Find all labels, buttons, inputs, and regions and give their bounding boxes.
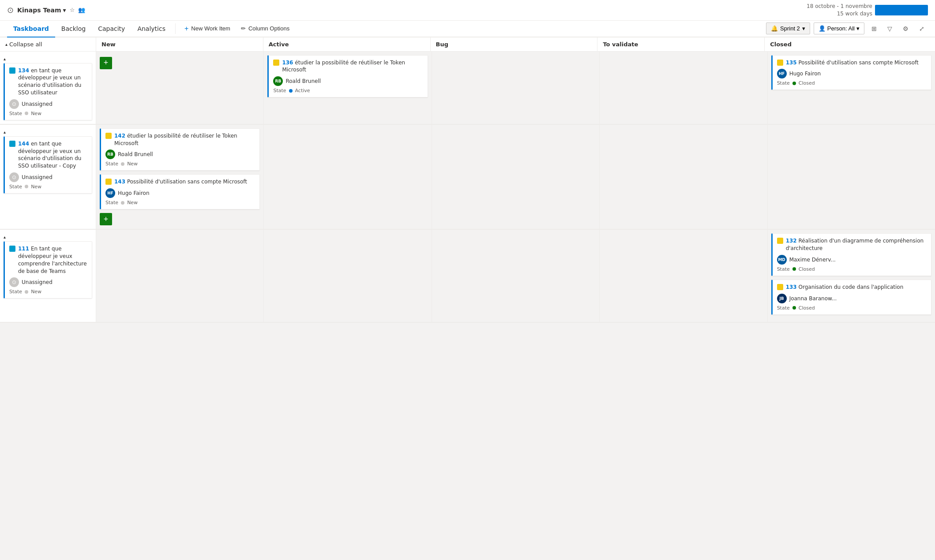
tab-taskboard[interactable]: Taskboard bbox=[7, 21, 55, 37]
state-label: State bbox=[9, 111, 22, 116]
section-3-label-card[interactable]: 111 En tant que développeur je veux comp… bbox=[4, 241, 92, 299]
top-bar: ⊙ Kinaps Team ▾ ☆ 👥 18 octobre - 1 novem… bbox=[0, 0, 935, 21]
tab-capacity[interactable]: Capacity bbox=[92, 21, 131, 37]
board-column-headers: ▴ Collapse all New Active Bug To validat… bbox=[0, 37, 935, 52]
expand-button[interactable]: ⤢ bbox=[916, 22, 928, 35]
section-3-bug-col bbox=[432, 230, 600, 321]
state-value-136: Active bbox=[295, 88, 310, 93]
team-name[interactable]: Kinaps Team ▾ bbox=[17, 7, 66, 14]
card-142-title-row: 142 étudier la possibilité de réutiliser… bbox=[105, 132, 255, 147]
favorite-icon[interactable]: ☆ bbox=[70, 7, 75, 13]
avatar-md-132: MD bbox=[777, 255, 787, 265]
board-section-3: ▴ 111 En tant que développeur je veux co… bbox=[0, 230, 935, 322]
team-chevron-icon: ▾ bbox=[63, 7, 66, 14]
add-new-button-2[interactable]: + bbox=[100, 213, 112, 225]
card-142-id: 142 bbox=[114, 133, 125, 139]
card-135-text: Possibilité d'utilisation sans compte Mi… bbox=[799, 60, 919, 66]
col-header-new: New bbox=[96, 37, 263, 51]
card-136-title-row: 136 étudier la possibilité de réutiliser… bbox=[273, 59, 423, 74]
add-new-button-1[interactable]: + bbox=[100, 57, 112, 69]
assignee-143: Hugo Fairon bbox=[118, 190, 150, 196]
section-1-label-card[interactable]: 134 en tant que développeur je veux un s… bbox=[4, 63, 92, 120]
pencil-icon: ✏ bbox=[241, 25, 246, 32]
nav-right: 🔔 Sprint 2 ▾ 👤 Person: All ▾ ⊞ ▽ ⚙ ⤢ bbox=[766, 22, 928, 35]
section-3-collapse[interactable]: ▴ bbox=[4, 233, 92, 239]
card-135-assignee: HF Hugo Fairon bbox=[777, 69, 927, 78]
card-133[interactable]: 133 Organisation du code dans l'applicat… bbox=[771, 280, 931, 315]
card-142[interactable]: 142 étudier la possibilité de réutiliser… bbox=[100, 128, 260, 171]
card-title: 134 en tant que développeur je veux un s… bbox=[18, 67, 87, 97]
task-icon-132 bbox=[777, 238, 783, 244]
card-132-assignee: MD Maxime Dénerv... bbox=[777, 255, 927, 265]
state-dot-new-143 bbox=[121, 201, 124, 205]
unassigned-icon: ⊙ bbox=[9, 99, 19, 109]
people-icon: 👥 bbox=[78, 7, 85, 13]
team-name-label: Kinaps Team bbox=[17, 7, 61, 14]
tab-backlog[interactable]: Backlog bbox=[55, 21, 92, 37]
bell-icon: 🔔 bbox=[771, 25, 778, 32]
card-144-state: State New bbox=[9, 184, 87, 190]
board-section-2: ▴ 144 en tant que développeur je veux un… bbox=[0, 125, 935, 230]
state-dot-closed-133 bbox=[792, 306, 796, 310]
avatar-hf-135: HF bbox=[777, 69, 787, 78]
col-header-validate: To validate bbox=[597, 37, 765, 51]
card-143-text: Possibilité d'utilisation sans compte Mi… bbox=[127, 179, 247, 185]
filter-button[interactable]: ▽ bbox=[884, 22, 896, 35]
avatar-rb-142: RB bbox=[105, 149, 115, 159]
sprint-chevron: ▾ bbox=[802, 25, 805, 32]
section-2-collapse[interactable]: ▴ bbox=[4, 128, 92, 134]
section-3-validate-col bbox=[600, 230, 767, 321]
card-136-text: étudier la possibilité de réutiliser le … bbox=[282, 60, 405, 73]
person-selector[interactable]: 👤 Person: All ▾ bbox=[814, 22, 864, 34]
tab-analytics[interactable]: Analytics bbox=[131, 21, 172, 37]
sprint-selector[interactable]: 🔔 Sprint 2 ▾ bbox=[766, 22, 810, 34]
section-1-label: ▴ 134 en tant que développeur je veux un… bbox=[0, 52, 96, 124]
card-143-id: 143 bbox=[114, 179, 125, 185]
card-136-state: State Active bbox=[273, 88, 423, 93]
card-132-title: 132 Réalisation d'un diagramme de compré… bbox=[786, 237, 927, 252]
card-135[interactable]: 135 Possibilité d'utilisation sans compt… bbox=[771, 55, 931, 90]
section-2-active-col bbox=[264, 125, 432, 229]
new-work-item-button[interactable]: + New Work Item bbox=[179, 22, 236, 35]
column-options-button[interactable]: ✏ Column Options bbox=[236, 22, 295, 34]
section-1-bug-col bbox=[432, 52, 600, 124]
state-value-133: Closed bbox=[799, 305, 815, 311]
person-label: Person: All bbox=[827, 25, 855, 32]
col-header-row: New Active Bug To validate Closed bbox=[96, 37, 935, 51]
card-135-id: 135 bbox=[786, 60, 797, 66]
card-111-id: 111 bbox=[18, 246, 29, 252]
card-143[interactable]: 143 Possibilité d'utilisation sans compt… bbox=[100, 174, 260, 209]
card-132[interactable]: 132 Réalisation d'un diagramme de compré… bbox=[771, 233, 931, 276]
card-111-title-row: 111 En tant que développeur je veux comp… bbox=[9, 245, 87, 275]
card-135-title: 135 Possibilité d'utilisation sans compt… bbox=[786, 59, 919, 67]
state-dot-closed-135 bbox=[792, 82, 796, 85]
card-136[interactable]: 136 étudier la possibilité de réutiliser… bbox=[267, 55, 428, 98]
collapse-all-button[interactable]: ▴ Collapse all bbox=[0, 37, 96, 51]
card-133-title: 133 Organisation du code dans l'applicat… bbox=[786, 284, 904, 291]
section-1-collapse[interactable]: ▴ bbox=[4, 55, 92, 61]
work-days: 15 work days bbox=[807, 10, 872, 18]
view-options-button[interactable]: ⊞ bbox=[868, 22, 880, 35]
card-142-text: étudier la possibilité de réutiliser le … bbox=[114, 133, 237, 146]
section-2-closed-col bbox=[768, 125, 935, 229]
state-value-111: New bbox=[31, 289, 41, 295]
col-header-closed: Closed bbox=[765, 37, 931, 51]
settings-button[interactable]: ⚙ bbox=[899, 22, 912, 35]
card-135-title-row: 135 Possibilité d'utilisation sans compt… bbox=[777, 59, 927, 67]
assignee-142: Roald Brunell bbox=[118, 151, 153, 157]
task-icon-136 bbox=[273, 60, 279, 66]
date-range: 18 octobre - 1 novembre bbox=[807, 3, 872, 10]
section-3-label: ▴ 111 En tant que développeur je veux co… bbox=[0, 230, 96, 321]
card-132-title-row: 132 Réalisation d'un diagramme de compré… bbox=[777, 237, 927, 252]
state-value-143: New bbox=[127, 200, 138, 205]
state-value-142: New bbox=[127, 161, 138, 167]
state-value-144: New bbox=[31, 184, 41, 190]
state-dot-new bbox=[25, 112, 28, 115]
card-136-title: 136 étudier la possibilité de réutiliser… bbox=[282, 59, 423, 74]
card-111-state: State New bbox=[9, 289, 87, 295]
state-label-132: State bbox=[777, 266, 790, 272]
state-label-144: State bbox=[9, 184, 22, 190]
section-2-label-card[interactable]: 144 en tant que développeur je veux un s… bbox=[4, 136, 92, 194]
section-1-validate-col bbox=[600, 52, 767, 124]
unassigned-icon-111: ⊙ bbox=[9, 277, 19, 287]
